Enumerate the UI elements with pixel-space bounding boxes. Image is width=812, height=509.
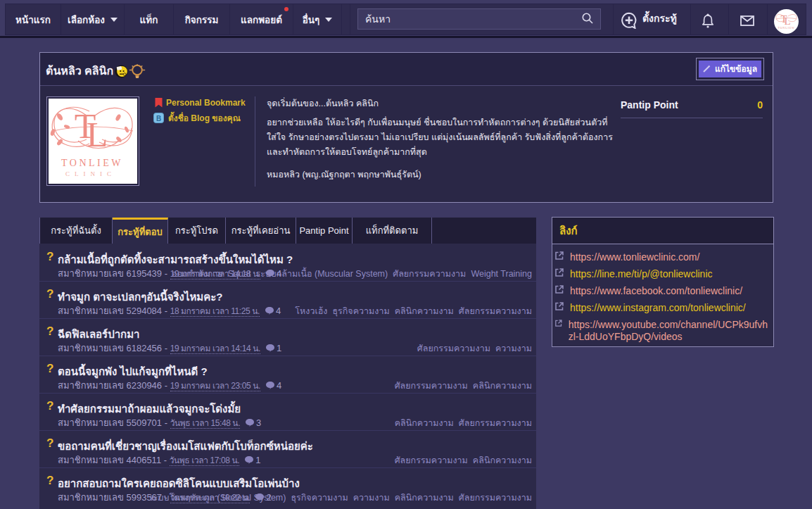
svg-text:L: L — [87, 115, 108, 154]
svg-text:TONLIEW: TONLIEW — [61, 158, 123, 168]
svg-text:B: B — [156, 115, 161, 122]
svg-text:CLINIC: CLINIC — [65, 170, 116, 177]
svg-text:TONLIEW: TONLIEW — [778, 26, 795, 30]
